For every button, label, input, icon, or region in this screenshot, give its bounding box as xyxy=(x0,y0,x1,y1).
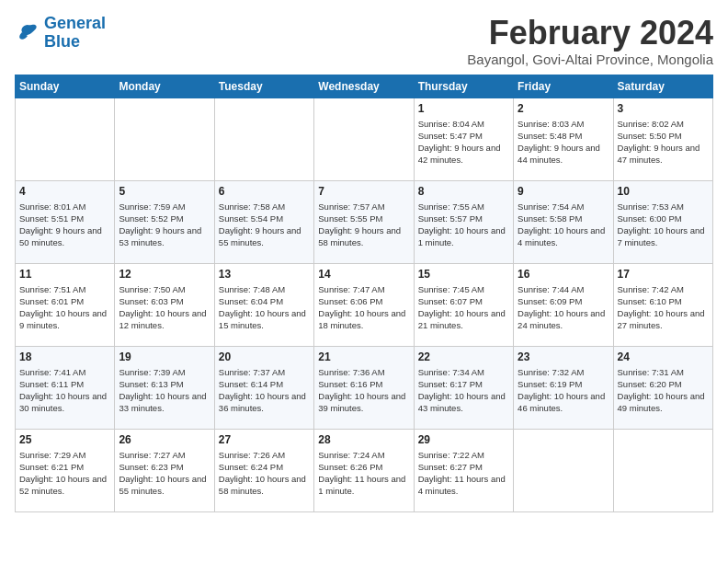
day-number: 25 xyxy=(19,433,110,446)
calendar-cell xyxy=(613,429,712,511)
day-number: 2 xyxy=(518,102,609,115)
day-number: 28 xyxy=(318,433,409,446)
day-number: 7 xyxy=(318,185,409,198)
day-number: 23 xyxy=(518,350,609,363)
calendar-cell xyxy=(214,98,313,180)
weekday-header-wednesday: Wednesday xyxy=(314,75,414,98)
calendar-cell: 28Sunrise: 7:24 AM Sunset: 6:26 PM Dayli… xyxy=(314,429,414,511)
day-info: Sunrise: 7:50 AM Sunset: 6:03 PM Dayligh… xyxy=(119,283,210,332)
calendar-cell xyxy=(314,98,414,180)
day-number: 22 xyxy=(418,350,509,363)
day-number: 21 xyxy=(318,350,409,363)
day-info: Sunrise: 7:44 AM Sunset: 6:09 PM Dayligh… xyxy=(518,283,609,332)
calendar-cell: 10Sunrise: 7:53 AM Sunset: 6:00 PM Dayli… xyxy=(613,180,712,263)
day-info: Sunrise: 7:36 AM Sunset: 6:16 PM Dayligh… xyxy=(318,366,409,415)
day-info: Sunrise: 7:26 AM Sunset: 6:24 PM Dayligh… xyxy=(219,449,310,498)
day-info: Sunrise: 7:41 AM Sunset: 6:11 PM Dayligh… xyxy=(19,366,110,415)
day-number: 20 xyxy=(219,350,310,363)
day-info: Sunrise: 7:32 AM Sunset: 6:19 PM Dayligh… xyxy=(518,366,609,415)
day-number: 6 xyxy=(219,185,310,198)
calendar-cell: 24Sunrise: 7:31 AM Sunset: 6:20 PM Dayli… xyxy=(613,346,712,429)
location-subtitle: Bayangol, Govi-Altai Province, Mongolia xyxy=(467,52,713,67)
calendar-cell xyxy=(115,98,214,180)
day-info: Sunrise: 8:02 AM Sunset: 5:50 PM Dayligh… xyxy=(618,118,709,167)
day-info: Sunrise: 7:51 AM Sunset: 6:01 PM Dayligh… xyxy=(19,283,110,332)
day-number: 13 xyxy=(219,268,310,281)
calendar-cell: 19Sunrise: 7:39 AM Sunset: 6:13 PM Dayli… xyxy=(115,346,214,429)
logo: General Blue xyxy=(15,15,106,52)
calendar-cell xyxy=(514,429,613,511)
calendar-week-2: 4Sunrise: 8:01 AM Sunset: 5:51 PM Daylig… xyxy=(16,180,713,263)
day-number: 5 xyxy=(119,185,210,198)
day-number: 8 xyxy=(418,185,509,198)
calendar-cell: 5Sunrise: 7:59 AM Sunset: 5:52 PM Daylig… xyxy=(115,180,214,263)
calendar-cell: 3Sunrise: 8:02 AM Sunset: 5:50 PM Daylig… xyxy=(613,98,712,180)
calendar-cell: 8Sunrise: 7:55 AM Sunset: 5:57 PM Daylig… xyxy=(414,180,513,263)
month-title: February 2024 xyxy=(467,15,713,52)
calendar-cell: 4Sunrise: 8:01 AM Sunset: 5:51 PM Daylig… xyxy=(16,180,115,263)
calendar-cell: 21Sunrise: 7:36 AM Sunset: 6:16 PM Dayli… xyxy=(314,346,414,429)
calendar-cell: 12Sunrise: 7:50 AM Sunset: 6:03 PM Dayli… xyxy=(115,263,214,346)
calendar-cell: 15Sunrise: 7:45 AM Sunset: 6:07 PM Dayli… xyxy=(414,263,513,346)
day-number: 17 xyxy=(618,268,709,281)
calendar-cell: 23Sunrise: 7:32 AM Sunset: 6:19 PM Dayli… xyxy=(514,346,613,429)
day-info: Sunrise: 7:42 AM Sunset: 6:10 PM Dayligh… xyxy=(618,283,709,332)
day-info: Sunrise: 7:57 AM Sunset: 5:55 PM Dayligh… xyxy=(318,201,409,249)
day-number: 18 xyxy=(19,350,110,363)
calendar-cell: 14Sunrise: 7:47 AM Sunset: 6:06 PM Dayli… xyxy=(314,263,414,346)
day-info: Sunrise: 7:45 AM Sunset: 6:07 PM Dayligh… xyxy=(418,283,509,332)
day-info: Sunrise: 7:37 AM Sunset: 6:14 PM Dayligh… xyxy=(219,366,310,415)
day-info: Sunrise: 7:22 AM Sunset: 6:27 PM Dayligh… xyxy=(418,449,509,498)
calendar-cell: 1Sunrise: 8:04 AM Sunset: 5:47 PM Daylig… xyxy=(414,98,513,180)
day-info: Sunrise: 7:27 AM Sunset: 6:23 PM Dayligh… xyxy=(119,449,210,498)
day-number: 27 xyxy=(219,433,310,446)
calendar-week-5: 25Sunrise: 7:29 AM Sunset: 6:21 PM Dayli… xyxy=(16,429,713,511)
day-info: Sunrise: 7:55 AM Sunset: 5:57 PM Dayligh… xyxy=(418,201,509,249)
day-info: Sunrise: 8:03 AM Sunset: 5:48 PM Dayligh… xyxy=(518,118,609,167)
calendar-cell: 7Sunrise: 7:57 AM Sunset: 5:55 PM Daylig… xyxy=(314,180,414,263)
calendar-cell: 9Sunrise: 7:54 AM Sunset: 5:58 PM Daylig… xyxy=(514,180,613,263)
day-number: 10 xyxy=(618,185,709,198)
calendar-cell: 11Sunrise: 7:51 AM Sunset: 6:01 PM Dayli… xyxy=(16,263,115,346)
day-number: 1 xyxy=(418,102,509,115)
weekday-header-friday: Friday xyxy=(514,75,613,98)
day-info: Sunrise: 7:24 AM Sunset: 6:26 PM Dayligh… xyxy=(318,449,409,498)
day-number: 11 xyxy=(19,268,110,281)
day-info: Sunrise: 7:29 AM Sunset: 6:21 PM Dayligh… xyxy=(19,449,110,498)
calendar-cell: 26Sunrise: 7:27 AM Sunset: 6:23 PM Dayli… xyxy=(115,429,214,511)
calendar-cell: 25Sunrise: 7:29 AM Sunset: 6:21 PM Dayli… xyxy=(16,429,115,511)
weekday-header-saturday: Saturday xyxy=(613,75,712,98)
day-number: 24 xyxy=(618,350,709,363)
calendar-cell: 20Sunrise: 7:37 AM Sunset: 6:14 PM Dayli… xyxy=(214,346,313,429)
calendar-cell: 13Sunrise: 7:48 AM Sunset: 6:04 PM Dayli… xyxy=(214,263,313,346)
day-info: Sunrise: 7:34 AM Sunset: 6:17 PM Dayligh… xyxy=(418,366,509,415)
day-info: Sunrise: 7:53 AM Sunset: 6:00 PM Dayligh… xyxy=(618,201,709,249)
calendar-cell xyxy=(16,98,115,180)
day-info: Sunrise: 7:47 AM Sunset: 6:06 PM Dayligh… xyxy=(318,283,409,332)
day-info: Sunrise: 7:59 AM Sunset: 5:52 PM Dayligh… xyxy=(119,201,210,249)
weekday-header-thursday: Thursday xyxy=(414,75,513,98)
calendar-cell: 6Sunrise: 7:58 AM Sunset: 5:54 PM Daylig… xyxy=(214,180,313,263)
calendar-week-4: 18Sunrise: 7:41 AM Sunset: 6:11 PM Dayli… xyxy=(16,346,713,429)
calendar-cell: 16Sunrise: 7:44 AM Sunset: 6:09 PM Dayli… xyxy=(514,263,613,346)
day-info: Sunrise: 7:48 AM Sunset: 6:04 PM Dayligh… xyxy=(219,283,310,332)
calendar-cell: 27Sunrise: 7:26 AM Sunset: 6:24 PM Dayli… xyxy=(214,429,313,511)
day-number: 12 xyxy=(119,268,210,281)
day-info: Sunrise: 7:39 AM Sunset: 6:13 PM Dayligh… xyxy=(119,366,210,415)
day-number: 9 xyxy=(518,185,609,198)
day-info: Sunrise: 8:04 AM Sunset: 5:47 PM Dayligh… xyxy=(418,118,509,167)
logo-text: General Blue xyxy=(44,15,106,52)
calendar-table: SundayMondayTuesdayWednesdayThursdayFrid… xyxy=(15,75,713,512)
weekday-header-monday: Monday xyxy=(115,75,214,98)
day-number: 15 xyxy=(418,268,509,281)
calendar-cell: 2Sunrise: 8:03 AM Sunset: 5:48 PM Daylig… xyxy=(514,98,613,180)
calendar-week-1: 1Sunrise: 8:04 AM Sunset: 5:47 PM Daylig… xyxy=(16,98,713,180)
logo-icon xyxy=(15,23,40,43)
day-info: Sunrise: 7:54 AM Sunset: 5:58 PM Dayligh… xyxy=(518,201,609,249)
day-info: Sunrise: 7:31 AM Sunset: 6:20 PM Dayligh… xyxy=(618,366,709,415)
calendar-cell: 22Sunrise: 7:34 AM Sunset: 6:17 PM Dayli… xyxy=(414,346,513,429)
calendar-cell: 17Sunrise: 7:42 AM Sunset: 6:10 PM Dayli… xyxy=(613,263,712,346)
day-number: 19 xyxy=(119,350,210,363)
day-info: Sunrise: 7:58 AM Sunset: 5:54 PM Dayligh… xyxy=(219,201,310,249)
day-info: Sunrise: 8:01 AM Sunset: 5:51 PM Dayligh… xyxy=(19,201,110,249)
